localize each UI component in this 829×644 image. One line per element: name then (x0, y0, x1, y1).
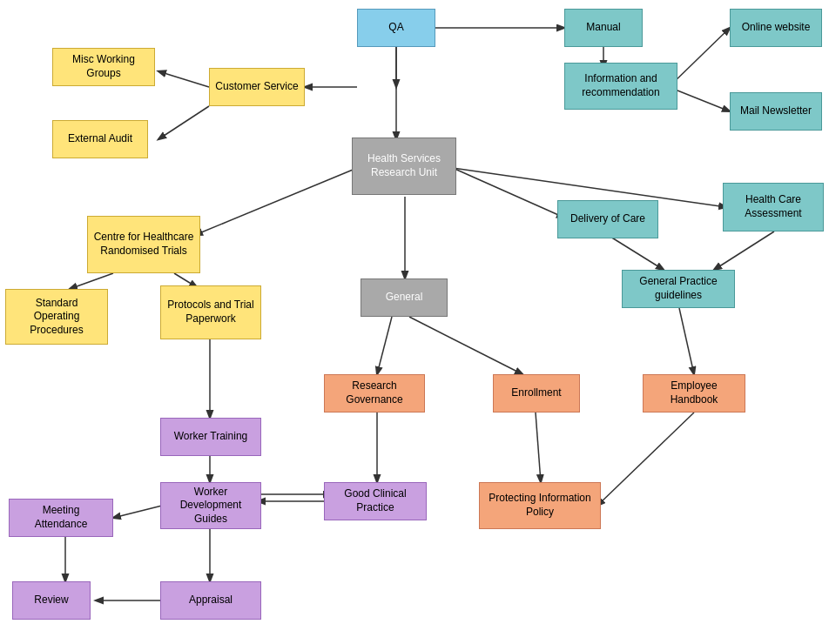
svg-line-2 (669, 28, 730, 87)
flowchart-diagram: QA Manual Online website Customer Servic… (0, 0, 829, 644)
custservice-node: Customer Service (209, 68, 305, 106)
protocols-node: Protocols and Trial Paperwork (160, 285, 261, 339)
svg-line-5 (158, 71, 209, 87)
miscwg-node: Misc Working Groups (52, 48, 155, 86)
online-node: Online website (730, 9, 822, 47)
svg-line-10 (453, 168, 564, 218)
svg-line-12 (195, 168, 357, 235)
gpguidelines-node: General Practice guidelines (622, 270, 735, 308)
hca-node: Health Care Assessment (723, 183, 824, 231)
meetatt-node: Meeting Attendance (9, 499, 113, 537)
svg-line-19 (679, 308, 694, 374)
svg-line-27 (597, 413, 694, 506)
svg-line-18 (409, 317, 522, 374)
enrollment-node: Enrollment (493, 374, 580, 413)
svg-line-26 (536, 413, 541, 482)
sop-node: Standard Operating Procedures (5, 289, 108, 345)
arrows-layer (0, 0, 829, 644)
review-node: Review (12, 581, 91, 620)
svg-line-15 (70, 273, 113, 289)
protinfo-node: Protecting Information Policy (479, 482, 601, 529)
hsru-node: Health Services Research Unit (352, 138, 456, 195)
appraisal-node: Appraisal (160, 581, 261, 620)
worktrain-node: Worker Training (160, 418, 261, 456)
svg-line-14 (714, 231, 774, 270)
inforec-node: Information and recommendation (564, 63, 677, 110)
svg-line-3 (669, 87, 730, 111)
manual-node: Manual (564, 9, 643, 47)
mailnews-node: Mail Newsletter (730, 92, 822, 131)
delcare-node: Delivery of Care (557, 200, 658, 238)
svg-line-6 (158, 106, 209, 139)
workdev-node: Worker Development Guides (160, 482, 261, 529)
extaudit-node: External Audit (52, 120, 148, 158)
goodclin-node: Good Clinical Practice (324, 482, 427, 520)
emphand-node: Employee Handbook (643, 374, 745, 413)
svg-line-22 (113, 506, 162, 518)
qa-node: QA (357, 9, 435, 47)
svg-line-17 (377, 317, 392, 374)
general-node: General (361, 278, 448, 317)
chrt-node: Centre for Healthcare Randomised Trials (87, 216, 200, 273)
svg-line-13 (610, 237, 664, 270)
resgov-node: Research Governance (324, 374, 425, 413)
